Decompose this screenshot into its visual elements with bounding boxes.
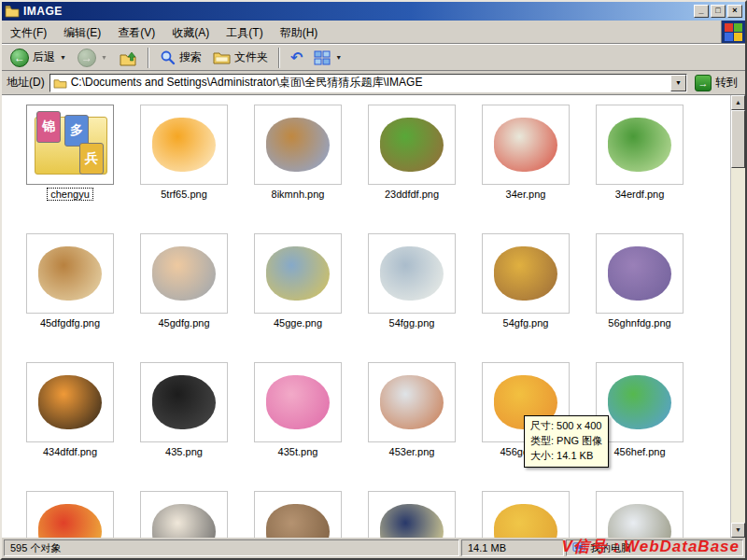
back-dropdown-icon[interactable]: ▼ bbox=[60, 54, 66, 61]
file-name: 54gfg.png bbox=[500, 317, 552, 329]
file-item[interactable]: 54gfg.png bbox=[469, 233, 583, 357]
file-item[interactable]: 435.png bbox=[127, 362, 241, 485]
menu-tools[interactable]: 工具(T) bbox=[218, 21, 271, 43]
scrollbar-track[interactable] bbox=[731, 110, 745, 523]
file-item[interactable]: 435t.png bbox=[241, 362, 355, 485]
file-thumbnail[interactable] bbox=[596, 362, 684, 442]
address-input[interactable]: C:\Documents and Settings\Administrator\… bbox=[49, 74, 687, 92]
file-item[interactable]: 8ikmnh.png bbox=[241, 105, 355, 228]
file-thumbnail[interactable]: 锦多兵 bbox=[26, 105, 114, 185]
file-thumbnail[interactable] bbox=[368, 233, 456, 314]
file-name: 45gge.png bbox=[271, 317, 325, 329]
file-name: 56ghnfdg.png bbox=[605, 317, 673, 329]
file-thumbnail[interactable] bbox=[368, 362, 456, 442]
views-dropdown-icon[interactable]: ▼ bbox=[335, 54, 342, 61]
up-button[interactable] bbox=[114, 47, 142, 69]
file-name: 45gdfg.png bbox=[155, 317, 212, 329]
go-button[interactable]: → 转到 bbox=[692, 74, 740, 92]
file-thumbnail[interactable] bbox=[140, 491, 228, 538]
file-item[interactable] bbox=[127, 491, 241, 538]
file-name: chengyu bbox=[47, 188, 93, 201]
address-dropdown-button[interactable]: ▼ bbox=[670, 75, 686, 91]
potted-plant-thumbnail-art bbox=[380, 118, 444, 172]
file-thumbnail[interactable] bbox=[140, 233, 228, 314]
views-button[interactable]: ▼ bbox=[309, 48, 346, 68]
menu-file[interactable]: 文件(F) bbox=[2, 21, 55, 43]
file-thumbnail[interactable] bbox=[596, 105, 684, 185]
file-thumbnail[interactable] bbox=[482, 233, 570, 314]
file-thumbnail[interactable] bbox=[26, 362, 114, 442]
file-item[interactable]: 453er.png bbox=[355, 362, 469, 485]
file-name: 23ddfdf.png bbox=[382, 189, 442, 200]
file-item[interactable]: 5trf65.png bbox=[127, 105, 241, 228]
file-thumbnail[interactable] bbox=[482, 105, 570, 185]
undo-icon: ↶ bbox=[290, 50, 303, 65]
pk-figures-thumbnail-art bbox=[152, 504, 216, 538]
file-item[interactable]: 34erdf.png bbox=[583, 105, 697, 228]
views-icon bbox=[314, 50, 331, 65]
maximize-button[interactable]: □ bbox=[711, 5, 726, 18]
file-thumbnail[interactable] bbox=[368, 491, 456, 538]
file-item[interactable]: 锦多兵chengyu bbox=[13, 105, 127, 228]
file-item[interactable]: 45gge.png bbox=[241, 233, 355, 357]
file-item[interactable] bbox=[241, 491, 355, 538]
file-thumbnail[interactable] bbox=[254, 362, 342, 442]
tooltip-dimensions: 尺寸: 500 x 400 bbox=[530, 419, 602, 434]
file-item[interactable]: 56ghnfdg.png bbox=[583, 233, 697, 357]
menu-edit[interactable]: 编辑(E) bbox=[55, 21, 109, 43]
file-item[interactable]: 434dfdf.png bbox=[13, 362, 127, 485]
file-thumbnail[interactable] bbox=[368, 105, 456, 185]
window-title: IMAGE bbox=[23, 5, 692, 18]
file-item[interactable]: 45dfgdfg.png bbox=[13, 233, 127, 357]
file-item[interactable]: 34er.png bbox=[469, 105, 583, 228]
file-item[interactable] bbox=[469, 491, 583, 538]
file-item[interactable]: 45gdfg.png bbox=[127, 233, 241, 357]
mountains-car-thumbnail-art bbox=[266, 246, 330, 301]
file-thumbnail[interactable] bbox=[482, 491, 570, 538]
file-thumbnail[interactable] bbox=[254, 105, 342, 185]
file-thumbnail[interactable] bbox=[596, 491, 684, 538]
people-at-table-thumbnail-art bbox=[380, 375, 444, 429]
menu-favorites[interactable]: 收藏(A) bbox=[163, 21, 218, 43]
file-thumbnail[interactable] bbox=[254, 233, 342, 314]
toolbar-separator bbox=[148, 48, 149, 68]
search-button[interactable]: 搜索 bbox=[155, 47, 206, 68]
menu-view[interactable]: 查看(V) bbox=[109, 21, 163, 43]
file-thumbnail[interactable] bbox=[140, 105, 228, 185]
file-item[interactable]: 54fgg.png bbox=[355, 233, 469, 357]
file-item[interactable] bbox=[355, 491, 469, 538]
file-item[interactable] bbox=[13, 491, 127, 538]
file-name: 453er.png bbox=[387, 446, 438, 457]
address-folder-icon bbox=[53, 77, 67, 89]
monkey-king-thumbnail-art bbox=[494, 246, 557, 301]
file-thumbnail[interactable] bbox=[26, 233, 114, 314]
address-path[interactable]: C:\Documents and Settings\Administrator\… bbox=[71, 75, 670, 91]
toolbar-separator bbox=[278, 48, 280, 68]
undo-button[interactable]: ↶ bbox=[286, 48, 307, 68]
folder-icon bbox=[5, 5, 20, 18]
minimize-button[interactable]: _ bbox=[694, 5, 709, 18]
crocodile-thumbnail-art bbox=[608, 118, 671, 172]
back-button[interactable]: ← 后退 ▼ bbox=[6, 46, 71, 70]
forward-icon: → bbox=[78, 49, 96, 67]
scroll-up-button[interactable]: ▲ bbox=[731, 95, 745, 110]
scrollbar-thumb[interactable] bbox=[731, 110, 745, 168]
firecrackers-thumbnail-art bbox=[38, 504, 102, 538]
file-name: 54fgg.png bbox=[387, 317, 438, 329]
folders-button[interactable]: 文件夹 bbox=[208, 47, 273, 68]
straw-hut-thumbnail-art bbox=[266, 504, 330, 538]
file-thumbnail[interactable] bbox=[596, 233, 684, 314]
scroll-down-button[interactable]: ▼ bbox=[731, 523, 745, 538]
close-button[interactable]: × bbox=[727, 5, 742, 18]
file-thumbnail[interactable] bbox=[26, 491, 114, 538]
idiom-tile: 锦 bbox=[36, 111, 61, 143]
title-bar[interactable]: IMAGE _ □ × bbox=[2, 2, 745, 21]
forward-button[interactable]: → ▼ bbox=[73, 46, 112, 70]
file-item[interactable]: 23ddfdf.png bbox=[355, 105, 469, 228]
file-name: 435t.png bbox=[275, 446, 321, 457]
vertical-scrollbar[interactable]: ▲ ▼ bbox=[730, 95, 745, 538]
file-thumbnail[interactable] bbox=[140, 362, 228, 442]
file-thumbnail[interactable] bbox=[254, 491, 342, 538]
menu-help[interactable]: 帮助(H) bbox=[272, 21, 327, 43]
file-item[interactable] bbox=[583, 491, 697, 538]
